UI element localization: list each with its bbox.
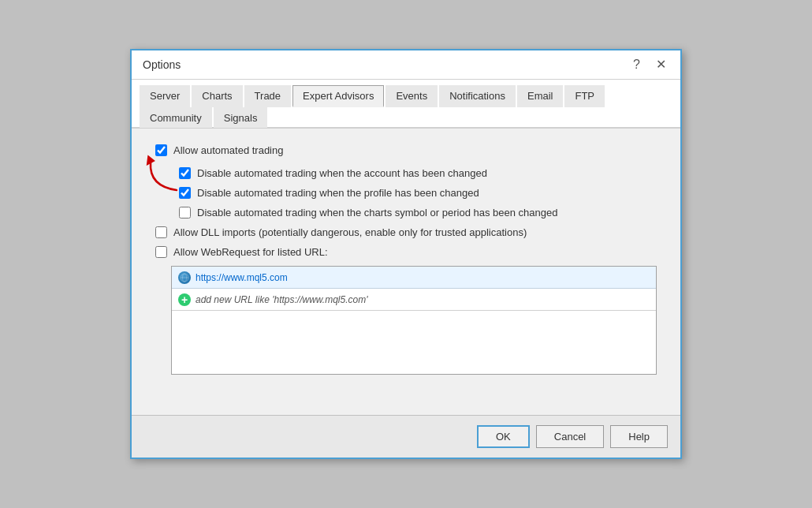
tab-notifications[interactable]: Notifications	[439, 85, 516, 107]
allow-dll-imports-label[interactable]: Allow DLL imports (potentially dangerous…	[173, 226, 527, 238]
title-bar-left: Options	[143, 58, 181, 71]
tab-charts[interactable]: Charts	[192, 85, 242, 107]
url-row-add-new[interactable]: + add new URL like 'https://www.mql5.com…	[172, 289, 656, 311]
add-url-icon: +	[178, 293, 191, 306]
url-table: https://www.mql5.com + add new URL like …	[171, 266, 657, 375]
options-dialog: Options ? ✕ Server Charts Trade Expert A…	[130, 49, 682, 459]
tab-trade[interactable]: Trade	[244, 85, 291, 107]
content-area: Allow automated trading Disable automate…	[132, 129, 680, 415]
tab-community[interactable]: Community	[140, 107, 212, 128]
tab-email[interactable]: Email	[517, 85, 564, 107]
cancel-button[interactable]: Cancel	[536, 425, 604, 448]
help-button[interactable]: ?	[630, 58, 643, 71]
allow-dll-imports-row: Allow DLL imports (potentially dangerous…	[155, 226, 657, 238]
dialog-title: Options	[143, 58, 181, 71]
disable-profile-changed-label[interactable]: Disable automated trading when the profi…	[197, 187, 479, 199]
tab-server[interactable]: Server	[140, 85, 190, 107]
red-arrow-indicator	[141, 151, 188, 194]
allow-automated-trading-label[interactable]: Allow automated trading	[173, 144, 283, 156]
allow-webrequest-row: Allow WebRequest for listed URL:	[155, 246, 657, 258]
tab-events[interactable]: Events	[386, 85, 438, 107]
disable-chart-changed-row: Disable automated trading when the chart…	[179, 207, 657, 219]
tabs-row: Server Charts Trade Expert Advisors Even…	[132, 80, 680, 129]
allow-webrequest-label[interactable]: Allow WebRequest for listed URL:	[173, 246, 328, 258]
allow-webrequest-checkbox[interactable]	[155, 246, 167, 258]
disable-chart-changed-checkbox[interactable]	[179, 207, 191, 219]
allow-dll-imports-checkbox[interactable]	[155, 226, 167, 238]
close-button[interactable]: ✕	[653, 58, 669, 71]
url-text-mql5: https://www.mql5.com	[196, 272, 288, 283]
help-footer-button[interactable]: Help	[610, 425, 668, 448]
url-table-empty-space	[172, 311, 656, 374]
tab-ftp[interactable]: FTP	[564, 85, 605, 107]
ok-button[interactable]: OK	[477, 425, 530, 448]
disable-chart-changed-label[interactable]: Disable automated trading when the chart…	[197, 207, 557, 219]
disable-profile-changed-row: Disable automated trading when the profi…	[179, 187, 657, 199]
title-bar-right: ? ✕	[630, 58, 669, 71]
globe-svg	[180, 273, 189, 282]
tab-signals[interactable]: Signals	[214, 107, 268, 128]
indent-group: Disable automated trading when the accou…	[179, 167, 657, 219]
footer: OK Cancel Help	[132, 415, 680, 458]
globe-icon	[178, 271, 191, 284]
disable-account-changed-row: Disable automated trading when the accou…	[179, 167, 657, 179]
title-bar: Options ? ✕	[132, 50, 680, 80]
add-url-text: add new URL like 'https://www.mql5.com'	[196, 294, 367, 305]
disable-account-changed-label[interactable]: Disable automated trading when the accou…	[197, 167, 487, 179]
tab-expert-advisors[interactable]: Expert Advisors	[292, 85, 384, 107]
url-row-mql5[interactable]: https://www.mql5.com	[172, 267, 656, 289]
